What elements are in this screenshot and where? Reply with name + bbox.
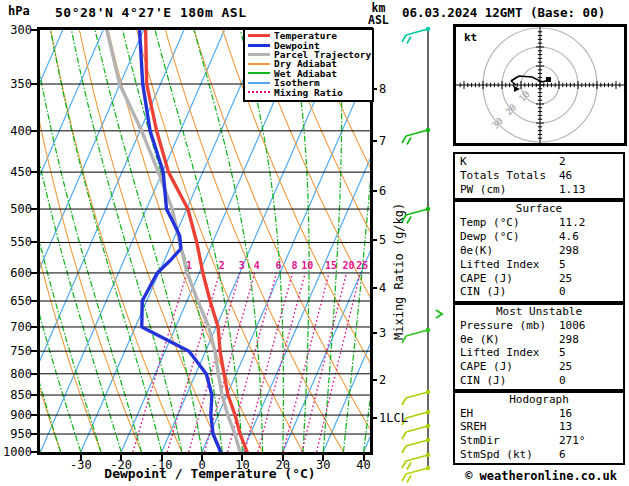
hodograph-box: 102030kt [453, 24, 627, 146]
height-tick-label: 4 [379, 281, 386, 295]
wind-barb-shaft [406, 330, 428, 336]
row-label: EH [455, 407, 559, 420]
table-row: Dewp (°C)4.6 [455, 230, 623, 244]
height-tick [370, 287, 377, 289]
row-label: SREH [455, 420, 559, 433]
wind-barb-tick [402, 35, 406, 42]
height-tick-label: 1LCL [379, 411, 408, 425]
table-row: CIN (J)0 [455, 373, 623, 387]
mixing-ratio-value: 3 [239, 260, 245, 271]
wind-barb-shaft [406, 412, 428, 418]
wind-barb-tick [402, 432, 406, 439]
wind-barb-tick [402, 336, 406, 343]
row-value: 5 [559, 346, 566, 359]
hodograph-canvas: 102030kt [456, 27, 624, 143]
pressure-tick [31, 29, 38, 31]
pressure-tick-label: 600 [2, 266, 32, 280]
wind-barb-tick [407, 37, 411, 44]
height-tick [370, 140, 377, 142]
mixing-ratio-value: 6 [275, 260, 281, 271]
row-label: StmSpd (kt) [455, 448, 559, 461]
pressure-tick [31, 394, 38, 396]
row-label: K [455, 155, 559, 168]
mixing-ratio-value: 10 [301, 260, 313, 271]
row-label: Pressure (mb) [455, 319, 559, 332]
wet-adiabat-line [72, 30, 182, 452]
pressure-tick [31, 171, 38, 173]
wind-barb-tick [407, 476, 411, 483]
row-value: 6 [559, 448, 566, 461]
most-unstable-panel: Most UnstablePressure (mb)1006θe (K)298L… [453, 303, 625, 391]
pressure-tick-label: 900 [2, 408, 32, 422]
isotherm-line [81, 30, 265, 452]
row-value: 25 [559, 360, 572, 373]
temperature-tick-label: 10 [224, 458, 260, 472]
pressure-tick [31, 208, 38, 210]
row-value: 16 [559, 407, 572, 420]
pressure-tick-label: 750 [2, 344, 32, 358]
temperature-tick-label: 0 [184, 458, 220, 472]
table-row: Totals Totals46 [455, 168, 623, 182]
pressure-tick-label: 500 [2, 202, 32, 216]
hodograph-panel: HodographEH16SREH13StmDir271°StmSpd (kt)… [453, 391, 625, 465]
table-row: StmDir271° [455, 434, 623, 448]
row-value: 13 [559, 420, 572, 433]
mixing-ratio-value: 4 [254, 260, 260, 271]
wind-barb-tick [407, 138, 411, 145]
mixing-ratio-line [317, 273, 361, 452]
station-title: 50°28'N 4°27'E 180m ASL [55, 5, 247, 20]
mixing-ratio-value: 15 [325, 260, 337, 271]
wet-adiabat-line [40, 30, 81, 452]
mixing-ratio-value: 2 [219, 260, 225, 271]
row-label: CAPE (J) [455, 360, 559, 373]
row-label: Totals Totals [455, 169, 559, 182]
height-tick-label: 3 [379, 326, 386, 340]
height-tick [370, 190, 377, 192]
wind-barb-tick [402, 136, 406, 143]
mixing-ratio-line [228, 273, 277, 452]
pressure-tick-label: 700 [2, 320, 32, 334]
table-row: θe (K)298 [455, 332, 623, 346]
pressure-tick [31, 451, 38, 453]
surface-panel: SurfaceTemp (°C)11.2Dewp (°C)4.6θe(K)298… [453, 200, 625, 303]
temperature-tick-label: 30 [305, 458, 341, 472]
panel-title: Hodograph [455, 393, 623, 407]
row-value: 1.13 [559, 183, 586, 196]
mixing-ratio-value: 8 [291, 260, 297, 271]
row-value: 298 [559, 244, 579, 257]
wet-adiabat-line [40, 30, 141, 452]
panel-title: Most Unstable [455, 305, 623, 319]
temperature-tick-label: -30 [63, 458, 99, 472]
table-row: θe(K)298 [455, 244, 623, 258]
row-value: 5 [559, 258, 566, 271]
hodograph-unit-label: kt [464, 31, 477, 44]
pressure-tick [31, 272, 38, 274]
wind-barb-tick [407, 217, 411, 224]
mixing-ratio-value: 25 [356, 260, 368, 271]
wind-barb-shaft [406, 440, 428, 446]
table-row: K2 [455, 154, 623, 168]
row-label: CIN (J) [455, 285, 559, 298]
row-value: 298 [559, 333, 579, 346]
sounding-screenshot: hPa 50°28'N 4°27'E 180m ASL km ASL 06.03… [0, 0, 629, 486]
wind-barb-shaft [406, 468, 428, 474]
legend-box: TemperatureDewpointParcel TrajectoryDry … [243, 28, 374, 102]
legend-item: Mixing Ratio [245, 87, 372, 96]
pressure-tick [31, 300, 38, 302]
pressure-tick-label: 950 [2, 427, 32, 441]
unstable-level-arrow [436, 310, 442, 318]
legend-swatch [248, 34, 270, 37]
pressure-tick-label: 800 [2, 367, 32, 381]
table-row: Lifted Index5 [455, 346, 623, 360]
wind-barb-shaft [406, 29, 428, 35]
row-value: 4.6 [559, 230, 579, 243]
wind-barb-shaft [406, 209, 428, 215]
row-value: 25 [559, 272, 572, 285]
panel-title: Surface [455, 202, 623, 216]
wind-barb-shaft [406, 426, 428, 432]
wind-barb-shaft [406, 392, 428, 398]
pressure-tick-label: 350 [2, 77, 32, 91]
pressure-tick [31, 241, 38, 243]
row-label: StmDir [455, 434, 559, 447]
dewpoint-curve [140, 30, 221, 452]
